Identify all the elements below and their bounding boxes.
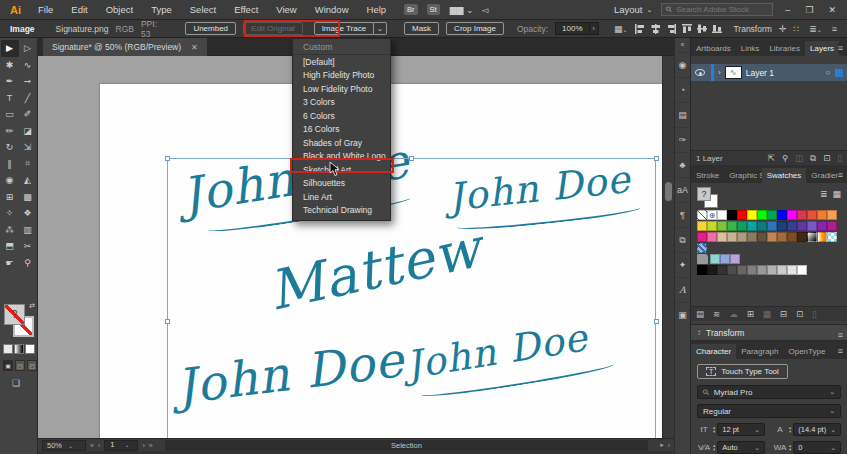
trace-preset-shades-of-gray[interactable]: Shades of Gray xyxy=(293,137,390,151)
next-artboard-icon[interactable]: › xyxy=(142,442,144,449)
trace-preset-custom[interactable]: Custom xyxy=(293,41,390,55)
swatch[interactable] xyxy=(697,221,707,231)
font-family-select[interactable]: ⚲ Myriad Pro ⌄ xyxy=(697,385,841,399)
swatch[interactable] xyxy=(737,221,747,231)
tracking-control[interactable]: WA ▴▾ 0⌄ xyxy=(773,441,841,454)
menu-effect[interactable]: Effect xyxy=(225,4,267,15)
width-tool[interactable]: ∥ xyxy=(1,156,19,173)
swatch[interactable] xyxy=(707,221,717,231)
swatch[interactable] xyxy=(730,254,740,264)
glyphs-icon[interactable]: A xyxy=(675,277,691,302)
swatch[interactable] xyxy=(777,221,787,231)
perspective-grid-tool[interactable]: ◭ xyxy=(19,172,37,189)
trace-preset--default-[interactable]: [Default] xyxy=(293,56,390,70)
selection-handle[interactable] xyxy=(654,319,659,324)
menu-select[interactable]: Select xyxy=(181,4,225,15)
status-play-icon[interactable]: ▸ xyxy=(660,441,664,449)
direct-selection-tool[interactable]: ▷ xyxy=(19,40,37,57)
expand-panels-icon[interactable]: « xyxy=(681,38,685,52)
document-tab[interactable]: Signature* @ 50% (RGB/Preview) ✕ xyxy=(43,38,207,56)
pathfinder-icon[interactable]: ▣ xyxy=(675,302,691,327)
swatch[interactable] xyxy=(807,232,817,242)
selection-handle[interactable] xyxy=(165,319,170,324)
align-panel-icon[interactable]: ▤ xyxy=(675,102,691,127)
panel-menu-icon[interactable]: ≡ xyxy=(838,330,843,340)
badge-br[interactable]: Br xyxy=(404,4,418,15)
free-transform-tool[interactable]: ⌗ xyxy=(19,156,37,173)
swatch[interactable] xyxy=(737,210,747,220)
selection-handle[interactable] xyxy=(409,156,414,161)
swatch[interactable] xyxy=(787,210,797,220)
rectangle-tool[interactable]: ▭ xyxy=(1,106,19,123)
blend-tool[interactable]: ❖ xyxy=(19,205,37,222)
swatch[interactable] xyxy=(757,232,767,242)
swatch[interactable] xyxy=(827,232,837,242)
gradient-button[interactable] xyxy=(14,344,24,354)
curvature-tool[interactable]: ➙ xyxy=(19,73,37,90)
layout-switcher[interactable]: Layout ⌄ xyxy=(614,4,652,15)
menu-edit[interactable]: Edit xyxy=(62,4,96,15)
pencil-tool[interactable]: ✏ xyxy=(1,123,19,140)
swatch[interactable] xyxy=(757,210,767,220)
swatch[interactable] xyxy=(717,210,727,220)
tab-graphic-st[interactable]: Graphic St xyxy=(724,168,762,183)
slice-tool[interactable]: ✂ xyxy=(19,238,37,255)
vertical-scrollbar[interactable] xyxy=(662,56,674,438)
scale-tool[interactable]: ⇲ xyxy=(19,139,37,156)
swatch[interactable] xyxy=(747,210,757,220)
gradient-tool[interactable]: ▩ xyxy=(19,189,37,206)
swatch-libraries-icon[interactable]: ▤ xyxy=(696,309,704,319)
last-artboard-icon[interactable]: » xyxy=(149,442,153,449)
new-swatch-icon[interactable]: ⊡ xyxy=(796,309,803,319)
none-button[interactable] xyxy=(25,344,35,354)
swatch[interactable] xyxy=(720,254,730,264)
panel-menu-icon[interactable]: ≡ xyxy=(838,170,843,180)
rotate-tool[interactable]: ↻ xyxy=(1,139,19,156)
mask-button[interactable]: Mask xyxy=(404,22,439,35)
swatch-kinds-icon[interactable]: ≋ xyxy=(713,309,720,319)
draw-behind-button[interactable]: ◳ xyxy=(15,360,25,371)
fill-color-chip[interactable]: ? xyxy=(4,304,25,325)
trace-preset-low-fidelity-photo[interactable]: Low Fidelity Photo xyxy=(293,83,390,97)
panel-menu-icon[interactable]: ≡ xyxy=(838,43,843,53)
kerning-control[interactable]: V∕A ▴▾ Auto⌄ xyxy=(697,441,765,454)
swatch[interactable] xyxy=(827,221,837,231)
tab-layers[interactable]: Layers xyxy=(805,41,839,56)
trace-preset-technical-drawing[interactable]: Technical Drawing xyxy=(293,204,390,218)
swatch[interactable] xyxy=(717,232,727,242)
artboard-number-field[interactable]: 1 ⌄ xyxy=(104,440,138,451)
selection-tool[interactable]: ▶ xyxy=(1,40,19,57)
swatch[interactable] xyxy=(797,265,807,275)
touch-type-tool-button[interactable]: T Touch Type Tool xyxy=(697,364,788,379)
swatch[interactable] xyxy=(717,265,727,275)
line-segment-tool[interactable]: ╱ xyxy=(19,90,37,107)
grid-view-icon[interactable]: ▦ xyxy=(832,189,841,199)
options-list-icon[interactable]: ≣⌄ xyxy=(809,24,822,34)
image-trace-split-button[interactable]: Image Trace ⌄ xyxy=(314,22,387,35)
visibility-eye-icon[interactable] xyxy=(695,69,705,76)
new-sublayer-icon[interactable]: ⧉ xyxy=(810,153,816,164)
layer-name[interactable]: Layer 1 xyxy=(746,68,774,78)
shape-builder-tool[interactable]: ◉ xyxy=(1,172,19,189)
close-button[interactable]: ✕ xyxy=(825,5,839,15)
artboard-tool[interactable]: ⬒ xyxy=(1,238,19,255)
expand-layer-icon[interactable]: › xyxy=(718,68,721,77)
swatch[interactable] xyxy=(817,210,827,220)
layer-row[interactable]: › ∿ Layer 1 ○ xyxy=(691,64,847,81)
swatch[interactable] xyxy=(767,232,777,242)
swap-fill-stroke-icon[interactable]: ⇄ xyxy=(29,302,35,310)
tab-swatches[interactable]: Swatches xyxy=(762,168,807,183)
menu-window[interactable]: Window xyxy=(306,4,358,15)
brushes-icon[interactable]: ✑ xyxy=(675,127,691,152)
restore-button[interactable]: ❐ xyxy=(802,5,816,15)
tab-stroke[interactable]: Stroke xyxy=(691,168,724,183)
align-bottom-icon[interactable] xyxy=(712,23,722,34)
tab-libraries[interactable]: Libraries xyxy=(764,41,805,56)
swatch[interactable] xyxy=(757,221,767,231)
trace-preset-6-colors[interactable]: 6 Colors xyxy=(293,110,390,124)
isolate-icon[interactable]: ✛ xyxy=(779,24,787,34)
stock-search[interactable]: ⚲ xyxy=(661,3,773,16)
tab-artboards[interactable]: Artboards xyxy=(691,41,736,56)
paintbrush-tool[interactable]: ✐ xyxy=(19,106,37,123)
eraser-tool[interactable]: ◪ xyxy=(19,123,37,140)
